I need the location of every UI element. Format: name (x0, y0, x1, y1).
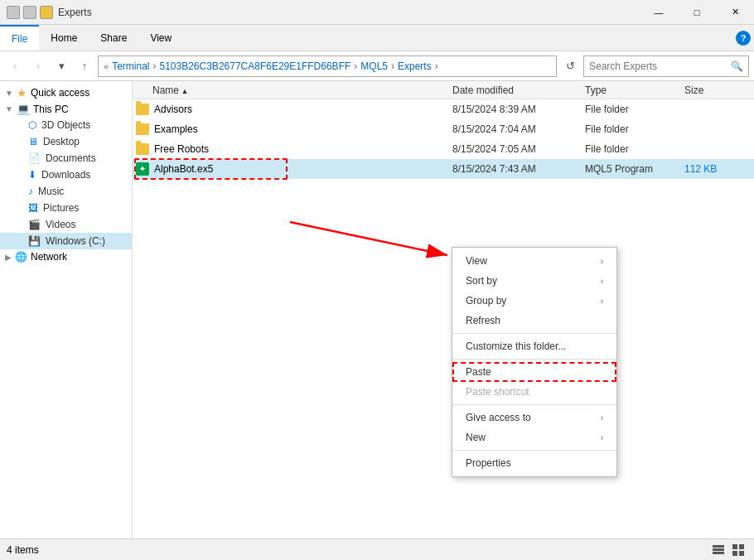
music-icon: ♪ (28, 186, 33, 197)
quick-access-chevron: ▼ (5, 89, 13, 98)
tiles-view-icon (732, 543, 745, 557)
addr-experts[interactable]: Experts (398, 60, 432, 72)
tb-icon-2 (23, 6, 36, 19)
context-menu-item-paste[interactable]: Paste (452, 362, 616, 382)
sidebar: ▼ ★ Quick access ▼ 💻 This PC ⬡ 3D Object… (0, 81, 133, 538)
table-row[interactable]: Examples 8/15/2024 7:04 AM File folder (133, 119, 754, 139)
tab-home[interactable]: Home (39, 25, 89, 51)
table-row[interactable]: ✦ AlphaBot.ex5 8/15/2024 7:43 AM MQL5 Pr… (133, 159, 754, 179)
context-menu-separator (452, 359, 616, 360)
pictures-icon: 🖼 (28, 202, 38, 214)
context-menu-separator (452, 333, 616, 334)
sidebar-label-music: Music (38, 186, 64, 197)
window-controls: — □ ✕ (640, 0, 754, 25)
addr-mql5[interactable]: MQL5 (360, 60, 388, 72)
search-input[interactable] (589, 60, 727, 72)
context-menu: View › Sort by › Group by › Refresh Cust… (452, 247, 617, 477)
svg-rect-6 (739, 544, 744, 549)
close-button[interactable]: ✕ (716, 0, 754, 25)
sidebar-item-3d-objects[interactable]: ⬡ 3D Objects (0, 117, 132, 133)
sidebar-group-quick-access[interactable]: ▼ ★ Quick access (0, 84, 132, 101)
addr-hash[interactable]: 5103B26C3B2677CA8F6E29E1FFD66BFF (159, 60, 350, 72)
sidebar-item-videos[interactable]: 🎬 Videos (0, 216, 132, 233)
sidebar-item-documents[interactable]: 📄 Documents (0, 150, 132, 167)
maximize-button[interactable]: □ (678, 0, 716, 25)
col-header-type[interactable]: Type (585, 84, 684, 96)
address-bar[interactable]: « Terminal › 5103B26C3B2677CA8F6E29E1FFD… (98, 56, 557, 77)
context-menu-item-customize[interactable]: Customize this folder... (452, 336, 616, 356)
ribbon: File Home Share View ? (0, 25, 754, 51)
drive-icon: 💾 (28, 235, 41, 247)
details-view-button[interactable] (709, 541, 727, 559)
quick-access-star-icon: ★ (17, 86, 27, 99)
context-menu-item-give-access[interactable]: Give access to › (452, 408, 616, 427)
sidebar-item-pictures[interactable]: 🖼 Pictures (0, 200, 132, 216)
refresh-button[interactable]: ↺ (560, 56, 580, 76)
svg-rect-2 (713, 545, 724, 548)
videos-icon: 🎬 (28, 219, 41, 230)
col-header-size[interactable]: Size (684, 84, 751, 96)
context-menu-item-paste-shortcut: Paste shortcut (452, 382, 616, 402)
network-label: Network (31, 251, 67, 263)
col-header-name[interactable]: Name (136, 84, 452, 96)
tab-view[interactable]: View (138, 25, 183, 51)
context-menu-item-refresh[interactable]: Refresh (452, 311, 616, 331)
3d-objects-icon: ⬡ (28, 119, 36, 131)
this-pc-chevron: ▼ (5, 104, 13, 113)
tiles-view-button[interactable] (729, 541, 747, 559)
window-title: Experts (58, 7, 92, 18)
file-name-alphabot: ✦ AlphaBot.ex5 (136, 162, 452, 176)
sidebar-item-desktop[interactable]: 🖥 Desktop (0, 133, 132, 150)
context-menu-separator (452, 450, 616, 451)
file-name-advisors: Advisors (136, 104, 452, 115)
col-header-date[interactable]: Date modified (452, 84, 585, 96)
context-menu-item-group-by[interactable]: Group by › (452, 291, 616, 311)
svg-rect-3 (713, 548, 724, 551)
minimize-button[interactable]: — (640, 0, 678, 25)
sidebar-label-documents: Documents (46, 152, 96, 164)
svg-rect-4 (713, 552, 724, 554)
forward-button[interactable]: › (28, 56, 48, 76)
details-view-icon (712, 543, 725, 557)
item-count: 4 items (7, 544, 39, 556)
view-controls (709, 541, 747, 559)
file-list-header: Name Date modified Type Size (133, 81, 754, 99)
dropdown-button[interactable]: ▾ (51, 56, 71, 76)
sidebar-item-downloads[interactable]: ⬇ Downloads (0, 167, 132, 183)
status-bar: 4 items (0, 538, 754, 560)
sidebar-label-pictures: Pictures (43, 202, 79, 214)
file-area: Name Date modified Type Size Advisors 8/… (133, 81, 754, 538)
up-button[interactable]: ↑ (75, 56, 94, 76)
context-menu-item-sort-by[interactable]: Sort by › (452, 271, 616, 291)
main-layout: ▼ ★ Quick access ▼ 💻 This PC ⬡ 3D Object… (0, 81, 754, 538)
context-menu-item-view[interactable]: View › (452, 251, 616, 271)
context-menu-separator (452, 404, 616, 405)
sidebar-label-desktop: Desktop (43, 136, 80, 147)
back-button[interactable]: ‹ (5, 56, 25, 76)
table-row[interactable]: Advisors 8/15/2024 8:39 AM File folder (133, 99, 754, 119)
this-pc-icon: 💻 (17, 103, 30, 115)
sidebar-label-windows-c: Windows (C:) (46, 235, 105, 247)
tb-icon-folder (40, 6, 53, 19)
sidebar-label-downloads: Downloads (41, 169, 90, 181)
sidebar-label-videos: Videos (46, 219, 75, 230)
sidebar-item-windows-c[interactable]: 💾 Windows (C:) (0, 233, 132, 249)
submenu-arrow-icon: › (601, 257, 603, 266)
context-menu-item-properties[interactable]: Properties (452, 453, 616, 473)
sidebar-label-3d-objects: 3D Objects (41, 119, 90, 131)
addr-terminal[interactable]: Terminal (112, 60, 149, 72)
sidebar-group-network[interactable]: ▶ 🌐 Network (0, 249, 132, 264)
downloads-icon: ⬇ (28, 169, 36, 181)
context-menu-item-new[interactable]: New › (452, 427, 616, 447)
sidebar-group-this-pc[interactable]: ▼ 💻 This PC (0, 101, 132, 117)
svg-line-1 (290, 222, 447, 255)
network-chevron: ▶ (5, 253, 12, 262)
tab-file[interactable]: File (0, 25, 39, 51)
submenu-arrow-icon: › (601, 297, 603, 306)
table-row[interactable]: Free Robots 8/15/2024 7:05 AM File folde… (133, 139, 754, 159)
svg-rect-8 (739, 551, 744, 556)
submenu-arrow-icon: › (601, 433, 603, 442)
sidebar-item-music[interactable]: ♪ Music (0, 183, 132, 200)
tab-share[interactable]: Share (89, 25, 138, 51)
help-button[interactable]: ? (736, 31, 751, 46)
